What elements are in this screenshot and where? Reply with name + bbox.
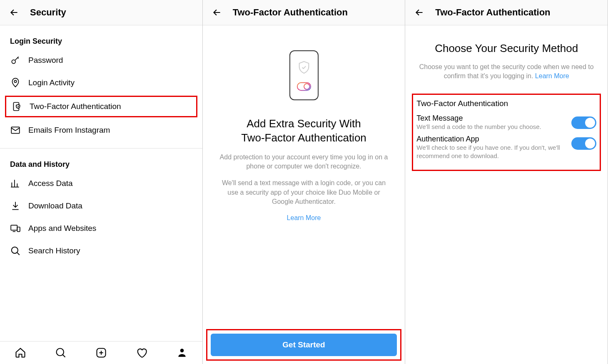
security-settings-panel: Security Login Security Password Login A… xyxy=(0,0,203,364)
home-icon xyxy=(15,347,26,359)
choose-security-method-panel: Two-Factor Authentication Choose Your Se… xyxy=(405,0,608,364)
page-title: Two-Factor Authentication xyxy=(233,7,348,18)
toggle-auth-app[interactable] xyxy=(571,137,596,150)
tab-bar xyxy=(0,341,202,364)
arrow-left-icon xyxy=(212,7,222,18)
box-title: Two-Factor Authentication xyxy=(416,99,596,108)
svg-point-1 xyxy=(14,80,16,82)
content: Add Extra Security With Two-Factor Authe… xyxy=(203,25,405,329)
learn-more-link[interactable]: Learn More xyxy=(535,72,569,79)
options-highlight-box: Two-Factor Authentication Text Message W… xyxy=(412,94,601,171)
svg-point-6 xyxy=(12,247,18,253)
tab-add[interactable] xyxy=(95,347,107,359)
two-factor-intro-panel: Two-Factor Authentication Add Extra Secu… xyxy=(203,0,406,364)
menu-item-label: Login Activity xyxy=(28,78,75,87)
page-title: Two-Factor Authentication xyxy=(435,7,550,18)
menu-item-label: Apps and Websites xyxy=(28,224,96,233)
heading: Choose Your Security Method xyxy=(415,42,598,55)
learn-more-link[interactable]: Learn More xyxy=(287,214,321,222)
page-title: Security xyxy=(30,7,66,18)
heading: Add Extra Security With Two-Factor Authe… xyxy=(241,117,366,145)
svg-point-9 xyxy=(180,349,184,352)
content: Login Security Password Login Activity T… xyxy=(0,25,202,341)
section-data-history: Data and History xyxy=(0,149,202,172)
profile-icon xyxy=(177,347,187,358)
shield-check-icon xyxy=(297,59,311,75)
tab-activity[interactable] xyxy=(135,347,148,359)
menu-item-label: Access Data xyxy=(28,179,73,188)
menu-item-access-data[interactable]: Access Data xyxy=(0,172,202,195)
chart-icon xyxy=(10,178,21,189)
content: Choose Your Security Method Choose you w… xyxy=(405,25,608,171)
tab-profile[interactable] xyxy=(176,347,188,359)
header: Two-Factor Authentication xyxy=(405,0,608,25)
menu-item-label: Two-Factor Authentication xyxy=(30,102,121,111)
svg-point-7 xyxy=(56,349,64,356)
back-button[interactable] xyxy=(414,7,425,18)
header: Security xyxy=(0,0,202,25)
download-icon xyxy=(10,201,21,211)
menu-item-emails[interactable]: Emails From Instagram xyxy=(0,119,202,141)
subtext: Choose you want to get the security code… xyxy=(415,62,598,81)
key-icon xyxy=(10,55,21,66)
toggle-text-message[interactable] xyxy=(571,116,596,129)
option-text-message: Text Message We'll send a code to the nu… xyxy=(416,114,596,131)
menu-item-label: Search History xyxy=(28,246,80,255)
pin-icon xyxy=(10,77,21,88)
cta-highlight: Get Started xyxy=(206,329,402,361)
svg-point-0 xyxy=(12,60,15,64)
toggle-icon xyxy=(297,82,311,91)
option-title: Authentication App xyxy=(416,135,567,144)
arrow-left-icon xyxy=(9,7,20,18)
menu-item-search-history[interactable]: Search History xyxy=(0,240,202,262)
mail-icon xyxy=(10,125,21,136)
option-desc: We'll check to see if you have one. If y… xyxy=(416,144,567,160)
add-post-icon xyxy=(95,347,107,359)
devices-icon xyxy=(10,223,21,234)
header: Two-Factor Authentication xyxy=(203,0,405,25)
svg-point-11 xyxy=(304,84,310,89)
search-icon xyxy=(55,347,67,359)
svg-rect-5 xyxy=(17,227,20,232)
menu-item-login-activity[interactable]: Login Activity xyxy=(0,72,202,94)
menu-item-label: Password xyxy=(28,56,63,65)
search-icon xyxy=(10,245,21,256)
get-started-button[interactable]: Get Started xyxy=(211,334,397,356)
menu-item-password[interactable]: Password xyxy=(0,49,202,72)
menu-item-label: Emails From Instagram xyxy=(28,126,110,135)
back-button[interactable] xyxy=(8,7,20,18)
menu-item-two-factor[interactable]: Two-Factor Authentication xyxy=(11,101,191,112)
menu-item-label: Download Data xyxy=(28,201,82,210)
svg-rect-3 xyxy=(11,127,20,133)
phone-illustration xyxy=(289,50,319,100)
phone-shield-icon xyxy=(11,101,22,112)
menu-item-download-data[interactable]: Download Data xyxy=(0,195,202,217)
svg-rect-4 xyxy=(11,225,17,230)
heart-icon xyxy=(136,347,147,359)
tab-home[interactable] xyxy=(14,347,27,359)
highlighted-two-factor: Two-Factor Authentication xyxy=(5,96,197,117)
option-title: Text Message xyxy=(416,114,567,123)
arrow-left-icon xyxy=(414,7,425,18)
tab-search[interactable] xyxy=(55,347,67,359)
menu-item-apps-websites[interactable]: Apps and Websites xyxy=(0,217,202,240)
option-auth-app: Authentication App We'll check to see if… xyxy=(416,135,596,160)
option-desc: We'll send a code to the number you choo… xyxy=(416,123,567,131)
body-text-2: We'll send a text message with a login c… xyxy=(217,178,391,206)
back-button[interactable] xyxy=(211,7,223,18)
section-login-security: Login Security xyxy=(0,25,202,49)
body-text-1: Add protection to your account every tim… xyxy=(217,153,391,171)
